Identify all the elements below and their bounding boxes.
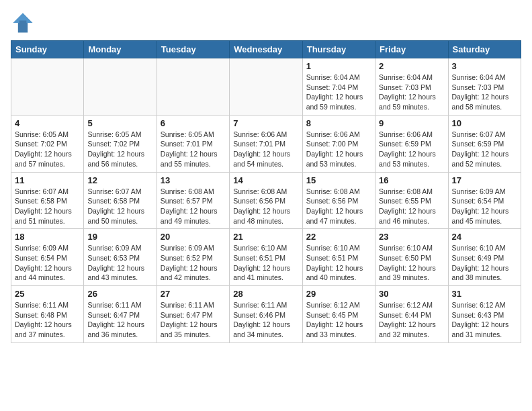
weekday-header: Friday xyxy=(375,41,448,58)
day-number: 17 xyxy=(452,175,517,185)
day-number: 3 xyxy=(452,61,517,71)
day-number: 11 xyxy=(15,175,80,185)
calendar-cell: 14Sunrise: 6:08 AM Sunset: 6:56 PM Dayli… xyxy=(230,172,302,229)
calendar-cell: 18Sunrise: 6:09 AM Sunset: 6:54 PM Dayli… xyxy=(11,229,84,286)
day-number: 1 xyxy=(306,61,371,71)
day-number: 5 xyxy=(87,118,152,128)
calendar-week-row: 25Sunrise: 6:11 AM Sunset: 6:48 PM Dayli… xyxy=(11,286,521,343)
calendar-cell: 15Sunrise: 6:08 AM Sunset: 6:56 PM Dayli… xyxy=(302,172,375,229)
day-number: 29 xyxy=(306,289,371,299)
calendar-cell: 31Sunrise: 6:12 AM Sunset: 6:43 PM Dayli… xyxy=(448,286,521,343)
calendar-cell: 30Sunrise: 6:12 AM Sunset: 6:44 PM Dayli… xyxy=(375,286,448,343)
calendar-cell: 24Sunrise: 6:10 AM Sunset: 6:49 PM Dayli… xyxy=(448,229,521,286)
day-info: Sunrise: 6:10 AM Sunset: 6:49 PM Dayligh… xyxy=(452,243,517,283)
day-number: 4 xyxy=(15,118,80,128)
day-info: Sunrise: 6:10 AM Sunset: 6:51 PM Dayligh… xyxy=(233,243,298,283)
day-info: Sunrise: 6:04 AM Sunset: 7:03 PM Dayligh… xyxy=(379,73,444,112)
calendar-cell xyxy=(157,58,229,116)
calendar-cell: 29Sunrise: 6:12 AM Sunset: 6:45 PM Dayli… xyxy=(302,286,375,343)
day-number: 23 xyxy=(379,232,444,242)
weekday-header: Monday xyxy=(84,41,157,58)
day-info: Sunrise: 6:06 AM Sunset: 6:59 PM Dayligh… xyxy=(379,130,444,169)
day-number: 21 xyxy=(233,232,298,242)
calendar-cell: 23Sunrise: 6:10 AM Sunset: 6:50 PM Dayli… xyxy=(375,229,448,286)
day-info: Sunrise: 6:08 AM Sunset: 6:55 PM Dayligh… xyxy=(379,187,444,226)
day-info: Sunrise: 6:06 AM Sunset: 7:01 PM Dayligh… xyxy=(233,130,298,169)
calendar-week-row: 1Sunrise: 6:04 AM Sunset: 7:04 PM Daylig… xyxy=(11,58,521,116)
day-number: 14 xyxy=(233,175,298,185)
day-info: Sunrise: 6:10 AM Sunset: 6:51 PM Dayligh… xyxy=(306,243,371,283)
calendar-cell: 1Sunrise: 6:04 AM Sunset: 7:04 PM Daylig… xyxy=(302,58,375,116)
calendar-cell: 2Sunrise: 6:04 AM Sunset: 7:03 PM Daylig… xyxy=(375,58,448,116)
day-info: Sunrise: 6:07 AM Sunset: 6:58 PM Dayligh… xyxy=(15,187,80,226)
day-info: Sunrise: 6:11 AM Sunset: 6:47 PM Dayligh… xyxy=(87,300,152,340)
day-info: Sunrise: 6:11 AM Sunset: 6:47 PM Dayligh… xyxy=(161,300,226,340)
day-number: 20 xyxy=(161,232,226,242)
day-number: 9 xyxy=(379,118,444,128)
page-header xyxy=(11,11,521,35)
calendar-cell: 21Sunrise: 6:10 AM Sunset: 6:51 PM Dayli… xyxy=(230,229,302,286)
calendar-cell: 9Sunrise: 6:06 AM Sunset: 6:59 PM Daylig… xyxy=(375,115,448,172)
day-info: Sunrise: 6:06 AM Sunset: 7:00 PM Dayligh… xyxy=(306,130,371,169)
calendar-table: SundayMondayTuesdayWednesdayThursdayFrid… xyxy=(11,40,521,343)
day-number: 27 xyxy=(161,289,226,299)
calendar-cell: 10Sunrise: 6:07 AM Sunset: 6:59 PM Dayli… xyxy=(448,115,521,172)
calendar-cell: 6Sunrise: 6:05 AM Sunset: 7:01 PM Daylig… xyxy=(157,115,229,172)
day-info: Sunrise: 6:11 AM Sunset: 6:48 PM Dayligh… xyxy=(15,300,80,340)
calendar-cell: 22Sunrise: 6:10 AM Sunset: 6:51 PM Dayli… xyxy=(302,229,375,286)
calendar-cell: 25Sunrise: 6:11 AM Sunset: 6:48 PM Dayli… xyxy=(11,286,84,343)
calendar-cell: 3Sunrise: 6:04 AM Sunset: 7:03 PM Daylig… xyxy=(448,58,521,116)
logo-icon xyxy=(11,11,35,35)
day-number: 15 xyxy=(306,175,371,185)
day-info: Sunrise: 6:07 AM Sunset: 6:59 PM Dayligh… xyxy=(452,130,517,169)
day-number: 24 xyxy=(452,232,517,242)
calendar-week-row: 4Sunrise: 6:05 AM Sunset: 7:02 PM Daylig… xyxy=(11,115,521,172)
day-number: 7 xyxy=(233,118,298,128)
calendar-cell: 13Sunrise: 6:08 AM Sunset: 6:57 PM Dayli… xyxy=(157,172,229,229)
day-number: 2 xyxy=(379,61,444,71)
calendar-cell: 26Sunrise: 6:11 AM Sunset: 6:47 PM Dayli… xyxy=(84,286,157,343)
calendar-cell: 4Sunrise: 6:05 AM Sunset: 7:02 PM Daylig… xyxy=(11,115,84,172)
day-info: Sunrise: 6:05 AM Sunset: 7:02 PM Dayligh… xyxy=(87,130,152,169)
day-info: Sunrise: 6:10 AM Sunset: 6:50 PM Dayligh… xyxy=(379,243,444,283)
weekday-header: Thursday xyxy=(302,41,375,58)
day-info: Sunrise: 6:09 AM Sunset: 6:54 PM Dayligh… xyxy=(452,187,517,226)
day-info: Sunrise: 6:05 AM Sunset: 7:02 PM Dayligh… xyxy=(15,130,80,169)
day-info: Sunrise: 6:04 AM Sunset: 7:04 PM Dayligh… xyxy=(306,73,371,112)
weekday-header: Wednesday xyxy=(230,41,302,58)
day-number: 12 xyxy=(87,175,152,185)
day-number: 30 xyxy=(379,289,444,299)
day-info: Sunrise: 6:11 AM Sunset: 6:46 PM Dayligh… xyxy=(233,300,298,340)
day-number: 13 xyxy=(161,175,226,185)
day-info: Sunrise: 6:12 AM Sunset: 6:45 PM Dayligh… xyxy=(306,300,371,340)
calendar-week-row: 11Sunrise: 6:07 AM Sunset: 6:58 PM Dayli… xyxy=(11,172,521,229)
day-number: 8 xyxy=(306,118,371,128)
day-number: 22 xyxy=(306,232,371,242)
calendar-week-row: 18Sunrise: 6:09 AM Sunset: 6:54 PM Dayli… xyxy=(11,229,521,286)
calendar-cell: 19Sunrise: 6:09 AM Sunset: 6:53 PM Dayli… xyxy=(84,229,157,286)
calendar-cell: 11Sunrise: 6:07 AM Sunset: 6:58 PM Dayli… xyxy=(11,172,84,229)
day-info: Sunrise: 6:04 AM Sunset: 7:03 PM Dayligh… xyxy=(452,73,517,112)
calendar-cell: 8Sunrise: 6:06 AM Sunset: 7:00 PM Daylig… xyxy=(302,115,375,172)
day-info: Sunrise: 6:12 AM Sunset: 6:44 PM Dayligh… xyxy=(379,300,444,340)
calendar-cell: 27Sunrise: 6:11 AM Sunset: 6:47 PM Dayli… xyxy=(157,286,229,343)
day-number: 10 xyxy=(452,118,517,128)
day-number: 16 xyxy=(379,175,444,185)
calendar-cell: 16Sunrise: 6:08 AM Sunset: 6:55 PM Dayli… xyxy=(375,172,448,229)
calendar-cell xyxy=(84,58,157,116)
day-info: Sunrise: 6:08 AM Sunset: 6:57 PM Dayligh… xyxy=(161,187,226,226)
day-info: Sunrise: 6:07 AM Sunset: 6:58 PM Dayligh… xyxy=(87,187,152,226)
day-number: 26 xyxy=(87,289,152,299)
day-number: 18 xyxy=(15,232,80,242)
day-number: 19 xyxy=(87,232,152,242)
day-info: Sunrise: 6:08 AM Sunset: 6:56 PM Dayligh… xyxy=(306,187,371,226)
calendar-header-row: SundayMondayTuesdayWednesdayThursdayFrid… xyxy=(11,41,521,58)
day-number: 28 xyxy=(233,289,298,299)
calendar-cell: 28Sunrise: 6:11 AM Sunset: 6:46 PM Dayli… xyxy=(230,286,302,343)
day-info: Sunrise: 6:09 AM Sunset: 6:52 PM Dayligh… xyxy=(161,243,226,283)
weekday-header: Sunday xyxy=(11,41,84,58)
calendar-cell xyxy=(11,58,84,116)
day-info: Sunrise: 6:12 AM Sunset: 6:43 PM Dayligh… xyxy=(452,300,517,340)
weekday-header: Tuesday xyxy=(157,41,229,58)
logo xyxy=(11,11,38,35)
